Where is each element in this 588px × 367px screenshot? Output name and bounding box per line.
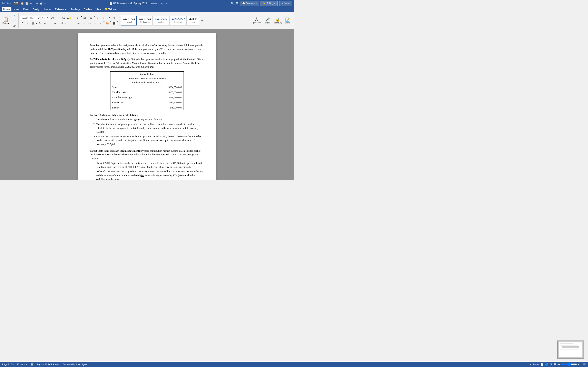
undo-icon[interactable]: ↩ <box>30 2 32 5</box>
sort-button[interactable]: ↕A <box>106 16 111 20</box>
menu-draw[interactable]: Draw <box>22 7 31 11</box>
immersive-reader-button[interactable]: ⊞ <box>236 2 238 5</box>
underline-button[interactable]: U <box>31 21 35 26</box>
line-spacing-dropdown[interactable]: ▾ <box>104 21 104 26</box>
dictate-button[interactable]: 🎤 Dictate <box>263 15 272 26</box>
bullets-button[interactable]: ≡• <box>76 16 80 20</box>
underline-dropdown[interactable]: ▾ <box>36 22 37 24</box>
variable-costs-value: $107,350,000 <box>153 90 183 95</box>
line-spacing-button[interactable]: ↕ <box>98 21 103 26</box>
align-right-button[interactable]: ≡→ <box>87 21 92 26</box>
menu-insert[interactable]: Insert <box>12 7 21 11</box>
dictate-label: Dictate <box>265 22 270 24</box>
increase-indent-button[interactable]: ⇥ <box>101 16 106 20</box>
home-icon[interactable]: 🏠 <box>20 2 24 5</box>
paragraph-row-1: ≡• ▾ ≡1 ▾ ≡▸ ▾ ⇤ ⇥ ↕A ¶ <box>76 16 118 20</box>
align-center-button[interactable]: ≡ <box>81 21 86 26</box>
paste-dropdown[interactable]: ▾ <box>8 22 9 24</box>
fixed-costs-value: $131,670,000 <box>153 100 183 105</box>
justify-button[interactable]: ≡| <box>93 21 98 26</box>
menu-tell-me[interactable]: 💡 Tell me <box>103 7 118 11</box>
style-heading2[interactable]: AaBbCcDdE Heading 2 <box>170 16 187 25</box>
borders-button[interactable]: ⬛ <box>112 21 117 26</box>
menu-review[interactable]: Review <box>82 7 94 11</box>
search-button[interactable]: 🔍 <box>231 2 234 5</box>
subscript-button[interactable]: x₂ <box>43 21 48 26</box>
font-name-select[interactable]: Calibri (Bo... <box>20 16 40 20</box>
multilevel-dropdown[interactable]: ▾ <box>94 16 95 20</box>
style-heading1[interactable]: AaBbCcDc Heading 1 <box>153 16 169 25</box>
autosave-label: AutoSave <box>2 2 11 4</box>
font-color-button[interactable]: A▁ <box>53 21 58 26</box>
document-area[interactable]: Deadline: you must submit this assignmen… <box>0 29 294 180</box>
style-no-spacing[interactable]: AaBbCcDdE No Spacing <box>137 16 153 25</box>
fixed-costs-label: Fixed Costs <box>111 100 153 105</box>
share-button[interactable]: ↗ Share <box>279 1 292 6</box>
print-icon[interactable]: 🖨 <box>39 2 42 5</box>
more-icon[interactable]: ••• <box>43 2 47 5</box>
strikethrough-button[interactable]: S <box>37 21 42 26</box>
format-painter-button[interactable]: 🖌 <box>12 24 17 28</box>
style-normal[interactable]: AaBbCcDdE Normal <box>121 16 137 25</box>
styles-gallery-more-button[interactable]: ▾ <box>200 16 205 25</box>
menu-layout[interactable]: Layout <box>42 7 53 11</box>
deadline-section: Deadline: you must submit this assignmen… <box>90 43 204 55</box>
font-color-dropdown[interactable]: ▾ <box>59 22 60 24</box>
menu-home[interactable]: Home <box>2 7 11 11</box>
table-row: Variable costs $107,350,000 <box>111 90 184 95</box>
lightbulb-icon: 💡 <box>104 8 108 11</box>
copy-button[interactable]: 📄 <box>12 18 17 23</box>
menu-references[interactable]: References <box>53 7 69 11</box>
deadline-text: you must submit this assignment electron… <box>90 44 204 54</box>
font-group: Calibri (Bo... 11 A↑ A↓ Aa A✨ B I U ▾ S … <box>20 16 74 26</box>
menu-mailings[interactable]: Mailings <box>70 7 82 11</box>
title-bar-left: AutoSave OFF 🏠 💾 ↩ ▾ ↪ 🖨 ••• <box>2 2 46 5</box>
highlight-button[interactable]: 🖊 <box>60 21 65 26</box>
redo-icon[interactable]: ↪ <box>36 2 38 5</box>
decrease-indent-button[interactable]: ⇤ <box>96 16 101 20</box>
numbering-button[interactable]: ≡1 <box>82 16 87 20</box>
contribution-margin-label: Contribution Margin <box>111 95 153 100</box>
editor-label: Editor <box>285 22 290 24</box>
font-size-select[interactable]: 11 <box>41 16 50 20</box>
save-icon[interactable]: 💾 <box>25 2 29 5</box>
italic-button[interactable]: I <box>25 21 30 26</box>
undo-dropdown-icon[interactable]: ▾ <box>34 2 35 4</box>
font-size-increase[interactable]: A↑ <box>51 16 55 20</box>
superscript-button[interactable]: x² <box>48 21 53 26</box>
variable-costs-label: Variable costs <box>111 90 153 95</box>
shield-icon: 🔒 <box>276 17 280 22</box>
editor-icon: 📝 <box>285 17 290 22</box>
title-bar-right: 🔍 ⊞ 💬 Comments ✏️ Editing ▾ ↗ Share <box>231 1 292 6</box>
font-size-decrease[interactable]: A↓ <box>56 16 61 20</box>
editing-button[interactable]: ✏️ Editing ▾ <box>260 1 278 6</box>
editor-button[interactable]: 📝 Editor <box>284 15 291 26</box>
menu-view[interactable]: View <box>94 7 103 11</box>
numbering-dropdown[interactable]: ▾ <box>87 16 89 20</box>
autosave-toggle[interactable]: OFF <box>13 2 19 5</box>
section2-header: 2. CVP analysis; break-even (4.5pts): Zi… <box>90 58 203 68</box>
styles-gallery: AaBbCcDdE Normal AaBbCcDdE No Spacing Aa… <box>121 16 205 25</box>
style-title[interactable]: AaBb Title <box>187 16 199 25</box>
paste-button[interactable]: 📋 Paste ▾ <box>2 17 9 25</box>
part-a-list: Calculate the firm's Contribution Margin… <box>96 118 204 146</box>
show-marks-button[interactable]: ¶ <box>112 16 117 20</box>
comments-button[interactable]: 💬 Comments <box>240 1 259 6</box>
bold-button[interactable]: B <box>20 21 25 26</box>
multilevel-list-button[interactable]: ≡▸ <box>89 16 94 20</box>
sensitivity-button[interactable]: 🔒 Sensitivity <box>272 15 283 26</box>
shading-dropdown[interactable]: ▾ <box>110 21 111 26</box>
bullets-dropdown[interactable]: ▾ <box>81 16 82 20</box>
borders-dropdown[interactable]: ▾ <box>117 21 118 26</box>
shading-button[interactable]: 🎨 <box>105 21 110 26</box>
highlight-dropdown[interactable]: ▾ <box>65 22 66 24</box>
styles-pane-button[interactable]: Ā Styles Pane <box>250 15 263 26</box>
cut-button[interactable]: ✂️ <box>12 13 17 18</box>
menu-design[interactable]: Design <box>31 7 42 11</box>
text-effects-button[interactable]: A✨ <box>66 16 73 20</box>
align-left-button[interactable]: ≡← <box>76 21 81 26</box>
change-case-button[interactable]: Aa <box>61 16 66 20</box>
section2: 2. CVP analysis; break-even (4.5pts): Zi… <box>90 57 204 69</box>
table-period: For the month ended 2/28/2023 <box>131 81 162 84</box>
paste-area: 📋 Paste ▾ <box>1 15 10 27</box>
